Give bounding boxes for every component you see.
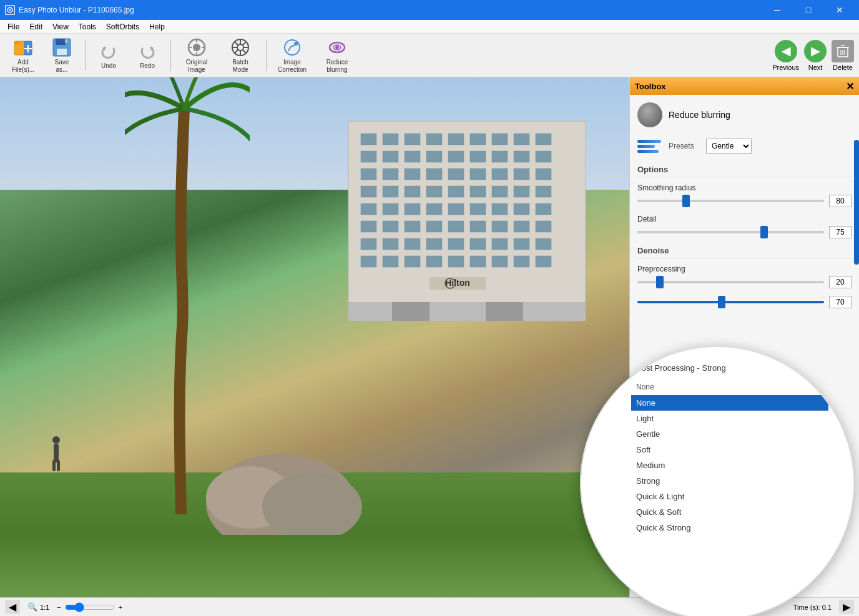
svg-rect-111: [492, 256, 508, 267]
reduce-blurring-button[interactable]: Reduceblurring: [315, 37, 359, 74]
pill-line-2: [637, 145, 655, 148]
scroll-left-arrow[interactable]: ◀: [5, 600, 20, 614]
svg-rect-48: [492, 134, 508, 145]
svg-rect-101: [470, 238, 486, 250]
smoothing-radius-thumb[interactable]: [682, 195, 690, 207]
next-label: Next: [808, 64, 823, 71]
close-button[interactable]: ✕: [825, 0, 854, 20]
minimize-button[interactable]: ─: [763, 0, 792, 20]
delete-button[interactable]: [832, 40, 854, 62]
svg-rect-107: [405, 256, 420, 267]
svg-rect-82: [448, 203, 464, 215]
toolbox-header: Toolbox ✕: [630, 77, 859, 95]
svg-rect-59: [536, 151, 551, 162]
svg-rect-83: [470, 203, 486, 215]
preprocessing-label: Preprocessing: [637, 265, 852, 273]
dropdown-item-medium[interactable]: Medium: [631, 457, 828, 473]
options-header: Options: [637, 165, 852, 177]
detail-track[interactable]: [637, 231, 824, 233]
svg-point-30: [285, 40, 300, 55]
image-correction-button[interactable]: ImageCorrection: [272, 37, 313, 74]
detail-thumb[interactable]: [760, 226, 768, 238]
image-correction-label: ImageCorrection: [278, 59, 307, 74]
dropdown-item-light[interactable]: Light: [631, 411, 828, 426]
detail-slider-container: 75: [637, 226, 852, 238]
svg-rect-98: [405, 238, 420, 250]
menu-help[interactable]: Help: [144, 21, 170, 32]
svg-rect-54: [426, 151, 442, 162]
next-button[interactable]: ▶: [804, 40, 827, 62]
dropdown-item-quick-light[interactable]: Quick & Light: [631, 489, 828, 504]
dropdown-item-quick-strong[interactable]: Quick & Strong: [631, 520, 828, 535]
detail-value: 75: [829, 226, 852, 238]
undo-button[interactable]: Undo: [91, 37, 127, 74]
postprocessing-value: 70: [829, 296, 852, 308]
image-area[interactable]: Hilton 9: [0, 77, 629, 597]
original-image-button[interactable]: OriginalImage: [176, 37, 217, 74]
postprocessing-thumb[interactable]: [718, 296, 725, 308]
menubar: File Edit View Tools SoftOrbits Help: [0, 20, 859, 34]
smoothing-radius-track[interactable]: [637, 200, 824, 202]
dropdown-item-soft[interactable]: Soft: [631, 442, 828, 457]
zoom-minus-icon[interactable]: −: [57, 604, 61, 611]
svg-rect-57: [492, 151, 508, 162]
redo-button[interactable]: Redo: [129, 37, 165, 74]
save-as-label: Saveas...: [55, 59, 69, 74]
menu-softorbits[interactable]: SoftOrbits: [101, 21, 144, 32]
svg-line-26: [235, 42, 238, 46]
dropdown-item-gentle[interactable]: Gentle: [631, 426, 828, 442]
svg-rect-46: [448, 134, 464, 145]
menu-edit[interactable]: Edit: [24, 21, 47, 32]
svg-rect-125: [52, 460, 56, 471]
main-area: Hilton 9: [0, 77, 859, 597]
menu-tools[interactable]: Tools: [74, 21, 101, 32]
save-as-button[interactable]: Saveas...: [44, 37, 80, 74]
svg-rect-56: [470, 151, 486, 162]
postprocessing-track[interactable]: [637, 301, 824, 303]
dropdown-item-strong[interactable]: Strong: [631, 473, 828, 489]
svg-rect-117: [348, 302, 586, 321]
svg-rect-102: [492, 238, 508, 250]
preprocessing-track[interactable]: [637, 281, 824, 283]
menu-view[interactable]: View: [47, 21, 74, 32]
presets-row: Presets Gentle None Light Soft Medium St…: [637, 135, 852, 157]
titlebar-controls: ─ □ ✕: [763, 0, 854, 20]
titlebar: Easy Photo Unblur - P1100665.jpg ─ □ ✕: [0, 0, 859, 20]
svg-rect-85: [514, 203, 529, 215]
svg-rect-105: [361, 256, 376, 267]
dropdown-item-none[interactable]: None: [631, 395, 828, 411]
svg-point-34: [335, 46, 339, 49]
batch-mode-button[interactable]: BatchMode: [220, 37, 261, 74]
svg-line-27: [242, 49, 246, 53]
zoom-slider[interactable]: [65, 602, 115, 612]
preprocessing-value: 20: [829, 276, 852, 288]
redo-icon: [137, 41, 157, 61]
zoom-plus-icon[interactable]: +: [119, 604, 122, 611]
add-files-button[interactable]: AddFile(s)...: [5, 37, 41, 74]
svg-rect-99: [426, 238, 442, 250]
svg-rect-55: [448, 151, 464, 162]
preprocessing-thumb[interactable]: [656, 276, 664, 288]
svg-rect-45: [426, 134, 442, 145]
svg-rect-50: [536, 134, 551, 145]
svg-rect-109: [448, 256, 464, 267]
svg-rect-66: [492, 169, 508, 180]
previous-button[interactable]: ◀: [775, 40, 797, 62]
svg-rect-70: [383, 186, 398, 197]
dropdown-current-none: None: [631, 383, 828, 391]
svg-rect-43: [383, 134, 398, 145]
scrollbar[interactable]: [854, 140, 859, 265]
detail-label: Detail: [637, 215, 852, 223]
batch-mode-icon: [230, 37, 250, 57]
scroll-right-arrow[interactable]: ▶: [839, 600, 854, 614]
maximize-button[interactable]: □: [794, 0, 823, 20]
dropdown-item-quick-soft[interactable]: Quick & Soft: [631, 504, 828, 520]
toolbar-nav: ◀ Previous ▶ Next Dele: [772, 40, 854, 71]
presets-select-container: Gentle None Light Soft Medium Strong: [706, 139, 852, 154]
time-label: Time (s): 0.1: [793, 604, 832, 611]
menu-file[interactable]: File: [2, 21, 24, 32]
presets-select[interactable]: Gentle None Light Soft Medium Strong: [706, 139, 752, 154]
svg-rect-126: [57, 460, 60, 471]
svg-rect-95: [536, 221, 551, 232]
toolbox-close-icon[interactable]: ✕: [846, 81, 854, 92]
